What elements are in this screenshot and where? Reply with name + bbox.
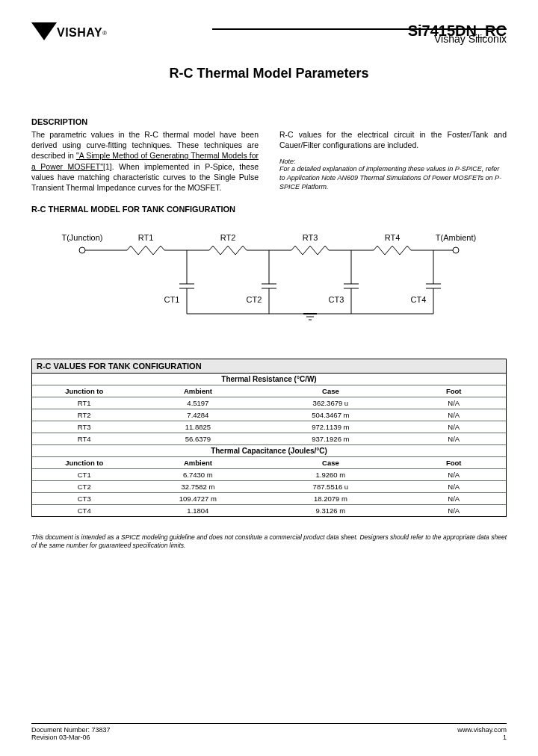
table-cell: RT4 (32, 433, 136, 445)
table-header-row: Junction to Ambient Case Foot (32, 457, 506, 469)
table-cell: CT4 (32, 505, 136, 517)
table-header-row: Junction to Ambient Case Foot (32, 385, 506, 397)
page-number: 1 (457, 734, 507, 741)
note-label: Note: (279, 158, 507, 165)
table-cell: 32.7582 m (136, 481, 259, 493)
col-ambient: Ambient (136, 385, 259, 397)
table-cell: N/A (401, 505, 506, 517)
table-cell: 56.6379 (136, 433, 259, 445)
svg-point-7 (453, 247, 459, 253)
col-ambient: Ambient (136, 457, 259, 469)
rc-values-table: R-C VALUES FOR TANK CONFIGURATION Therma… (31, 359, 507, 517)
table-cell: N/A (401, 493, 506, 505)
table-cell: N/A (401, 433, 506, 445)
table-cell: RT1 (32, 397, 136, 409)
table-cell: CT3 (32, 493, 136, 505)
revision: Revision 03-Mar-06 (31, 734, 111, 741)
page-title: R-C Thermal Model Parameters (31, 66, 507, 81)
table-cell: 109.4727 m (136, 493, 259, 505)
logo-text: VISHAY (57, 26, 102, 40)
table-cell: 362.3679 u (259, 397, 401, 409)
svg-marker-0 (31, 22, 57, 40)
table-cell: 1.1804 (136, 505, 259, 517)
table-row: CT3109.4727 m18.2079 mN/A (32, 493, 506, 505)
label-rt4: RT4 (385, 233, 401, 242)
sub-title-resistance: Thermal Resistance (°C/W) (32, 374, 506, 385)
table-row: CT232.7582 m787.5516 uN/A (32, 481, 506, 493)
table-cell: 972.1139 m (259, 421, 401, 433)
table-cell: 7.4284 (136, 409, 259, 421)
label-tjunction: T(Junction) (61, 233, 102, 242)
sub-title-capacitance: Thermal Capacitance (Joules/°C) (32, 444, 506, 457)
description-right: R-C values for the electrical circuit in… (279, 129, 507, 150)
table-cell: 504.3467 m (259, 409, 401, 421)
col-foot: Foot (401, 385, 506, 397)
table-cell: 9.3126 m (259, 505, 401, 517)
table-cell: RT2 (32, 409, 136, 421)
table-cell: 6.7430 m (136, 469, 259, 481)
table-cell: 1.9260 m (259, 469, 401, 481)
table-cell: 18.2079 m (259, 493, 401, 505)
circuit-diagram: T(Junction) T(Ambient) RT1 RT2 RT3 RT4 C… (31, 232, 507, 329)
table-row: CT16.7430 m1.9260 mN/A (32, 469, 506, 481)
table-row: RT27.4284504.3467 mN/A (32, 409, 506, 421)
vishay-logo-icon (31, 22, 57, 43)
table-title: R-C VALUES FOR TANK CONFIGURATION (32, 359, 506, 374)
table-row: CT41.18049.3126 mN/A (32, 505, 506, 517)
label-rt1: RT1 (138, 233, 154, 242)
table-cell: N/A (401, 469, 506, 481)
note-text: For a detailed explanation of implementi… (279, 165, 507, 191)
footer-url: www.vishay.com (457, 726, 507, 734)
description-heading: DESCRIPTION (31, 117, 507, 126)
registered-mark: ® (102, 30, 107, 37)
table-cell: 4.5197 (136, 397, 259, 409)
section-heading-tank: R-C THERMAL MODEL FOR TANK CONFIGURATION (31, 205, 507, 214)
table-cell: N/A (401, 421, 506, 433)
disclaimer: This document is intended as a SPICE mod… (31, 533, 507, 549)
col-case: Case (259, 457, 401, 469)
table-cell: 937.1926 m (259, 433, 401, 445)
col-foot: Foot (401, 457, 506, 469)
label-ct3: CT3 (329, 295, 344, 304)
table-cell: 11.8825 (136, 421, 259, 433)
table-cell: RT3 (32, 421, 136, 433)
label-rt2: RT2 (220, 233, 236, 242)
col-junction: Junction to (32, 385, 136, 397)
label-ct2: CT2 (247, 295, 262, 304)
table-cell: CT1 (32, 469, 136, 481)
label-ct1: CT1 (164, 295, 180, 304)
table-cell: CT2 (32, 481, 136, 493)
label-rt3: RT3 (303, 233, 318, 242)
table-cell: N/A (401, 481, 506, 493)
table-cell: N/A (401, 397, 506, 409)
label-ct4: CT4 (411, 295, 427, 304)
table-row: RT456.6379937.1926 mN/A (32, 433, 506, 445)
svg-point-1 (79, 247, 85, 253)
table-row: RT311.8825972.1139 mN/A (32, 421, 506, 433)
doc-number: Document Number: 73837 (31, 726, 111, 734)
logo: VISHAY® (31, 22, 107, 43)
col-junction: Junction to (32, 457, 136, 469)
table-cell: N/A (401, 409, 506, 421)
footer-rule (31, 723, 507, 724)
description-left: The parametric values in the R-C thermal… (31, 129, 259, 193)
table-row: RT14.5197362.3679 uN/A (32, 397, 506, 409)
label-tambient: T(Ambient) (436, 233, 476, 242)
table-cell: 787.5516 u (259, 481, 401, 493)
col-case: Case (259, 385, 401, 397)
